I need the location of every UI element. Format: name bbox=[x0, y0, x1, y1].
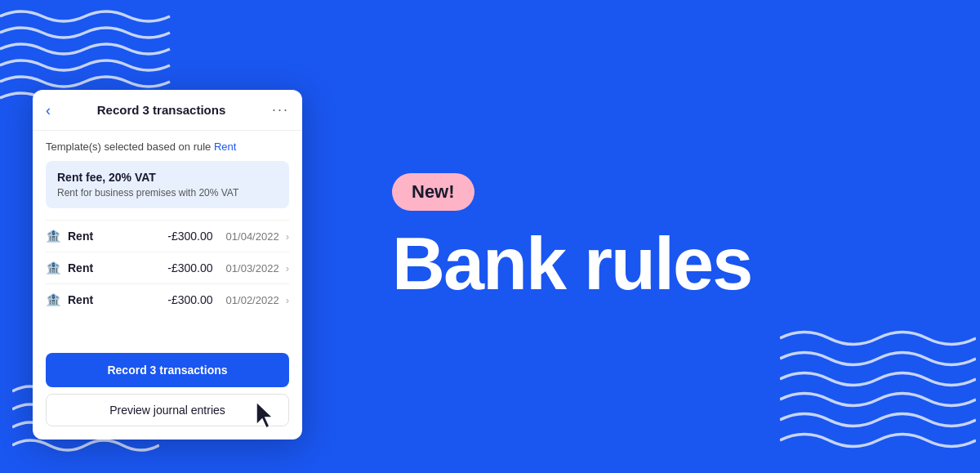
transaction-list: 🏦 Rent -£300.00 01/04/2022 › 🏦 Rent -£30… bbox=[46, 220, 289, 315]
transaction-amount: -£300.00 bbox=[167, 293, 212, 306]
transaction-amount: -£300.00 bbox=[167, 230, 212, 243]
template-info: Template(s) selected based on rule Rent bbox=[46, 141, 289, 153]
panel-body: Template(s) selected based on rule Rent … bbox=[33, 131, 302, 325]
transaction-date: 01/02/2022 bbox=[226, 294, 279, 306]
record-transactions-button[interactable]: Record 3 transactions bbox=[46, 353, 289, 387]
transaction-date: 01/04/2022 bbox=[226, 230, 279, 243]
template-card: Rent fee, 20% VAT Rent for business prem… bbox=[46, 161, 289, 208]
transaction-name: Rent bbox=[68, 293, 161, 306]
hero-title: Bank rules bbox=[392, 227, 931, 301]
template-card-title: Rent fee, 20% VAT bbox=[57, 171, 278, 184]
new-badge: New! bbox=[392, 173, 474, 211]
chevron-right-icon: › bbox=[286, 294, 289, 306]
panel-header: ‹ Record 3 transactions ··· bbox=[33, 90, 302, 131]
transaction-item[interactable]: 🏦 Rent -£300.00 01/02/2022 › bbox=[46, 283, 289, 315]
chevron-right-icon: › bbox=[286, 230, 289, 243]
template-link[interactable]: Rent bbox=[214, 141, 236, 153]
bank-icon: 🏦 bbox=[46, 229, 61, 243]
bank-icon: 🏦 bbox=[46, 261, 61, 275]
more-options-button[interactable]: ··· bbox=[272, 101, 289, 118]
transaction-item[interactable]: 🏦 Rent -£300.00 01/04/2022 › bbox=[46, 220, 289, 252]
template-card-desc: Rent for business premises with 20% VAT bbox=[57, 187, 278, 199]
transaction-amount: -£300.00 bbox=[167, 261, 212, 274]
record-transactions-panel: ‹ Record 3 transactions ··· Template(s) … bbox=[33, 90, 302, 440]
transaction-name: Rent bbox=[68, 230, 161, 243]
transaction-item[interactable]: 🏦 Rent -£300.00 01/03/2022 › bbox=[46, 252, 289, 283]
bank-icon: 🏦 bbox=[46, 292, 61, 307]
right-content: New! Bank rules bbox=[343, 0, 980, 473]
transaction-date: 01/03/2022 bbox=[226, 262, 279, 274]
panel-title: Record 3 transactions bbox=[51, 103, 272, 117]
transaction-name: Rent bbox=[68, 261, 161, 274]
template-prefix: Template(s) selected based on rule bbox=[46, 141, 214, 153]
chevron-right-icon: › bbox=[286, 262, 289, 274]
